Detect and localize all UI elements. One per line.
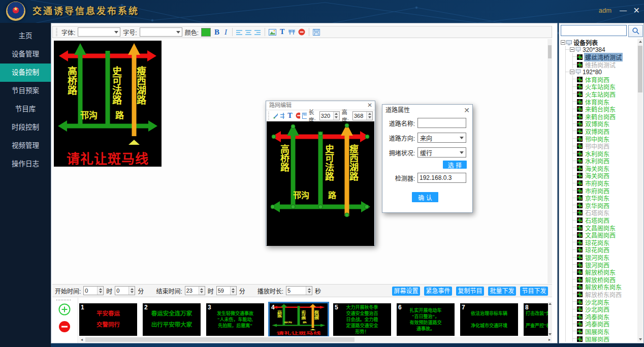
program-thumbnail-selected[interactable]: 4 高桥路 史可法路 瘦西湖路 邗沟 路 请礼让斑马线 xyxy=(270,303,328,336)
program-thumbnail[interactable]: 3 发生轻微交通事故 “人未伤，车能动, 先拍照，后撤离” xyxy=(206,303,264,336)
tree-group[interactable]: 192*80 xyxy=(566,68,637,76)
thumbnails-horizontal-scrollbar[interactable]: ◂ ▸ xyxy=(79,337,552,342)
detector-input[interactable] xyxy=(417,173,466,183)
canvas-vertical-scrollbar[interactable] xyxy=(548,39,552,283)
program-thumbnail[interactable]: 8 打击改装“炸 严查严控“机 xyxy=(524,303,548,336)
scroll-left-icon[interactable]: ◂ xyxy=(79,337,84,342)
select-detector-button[interactable]: 选 择 xyxy=(443,161,467,169)
insert-text-icon[interactable]: T xyxy=(279,28,285,36)
step-up-icon[interactable] xyxy=(335,113,338,115)
tree-device[interactable]: 解放桥岗东 xyxy=(573,268,637,276)
tree-device[interactable]: 邗中岗东 xyxy=(573,135,637,143)
sidebar-item[interactable]: 操作日志 xyxy=(0,155,51,173)
tree-device[interactable]: 石塔岗西 xyxy=(573,216,637,224)
tree-group[interactable]: 320*384 xyxy=(566,46,637,54)
tree-device[interactable]: 市府岗西 xyxy=(573,187,637,195)
collapse-icon[interactable] xyxy=(570,70,574,74)
tree-device[interactable]: 国展岗西 xyxy=(573,335,637,342)
sidebar-item[interactable]: 设备控制 xyxy=(0,64,51,82)
search-input[interactable] xyxy=(561,25,627,36)
scroll-down-icon[interactable] xyxy=(639,338,642,340)
thumbnails-vertical-scrollbar[interactable] xyxy=(548,302,552,336)
tree-device[interactable]: 解放桥岗西 xyxy=(573,276,637,283)
action-button[interactable]: 节目下发 xyxy=(520,287,548,296)
road-label-left[interactable]: 高桥路 xyxy=(279,144,288,172)
step-up-icon[interactable] xyxy=(99,288,102,290)
step-up-icon[interactable] xyxy=(308,288,311,290)
close-button[interactable]: ✕ xyxy=(633,0,640,23)
step-up-icon[interactable] xyxy=(368,113,371,115)
tree-device[interactable]: 沙北岗东 xyxy=(573,298,637,306)
length-stepper[interactable]: 320 xyxy=(319,111,340,120)
collapse-icon[interactable] xyxy=(570,47,574,52)
scrollbar-thumb[interactable] xyxy=(638,46,642,92)
sidebar-item[interactable]: 节目预案 xyxy=(0,82,51,100)
scrollbar-thumb[interactable] xyxy=(85,337,355,342)
road-icon[interactable] xyxy=(280,112,285,119)
scroll-down-icon[interactable] xyxy=(549,333,552,335)
sidebar-item[interactable]: 视频管理 xyxy=(0,137,51,155)
tree-device[interactable]: 京华岗东 xyxy=(573,194,637,202)
action-button[interactable]: 紧急事件 xyxy=(424,287,452,296)
remove-program-button[interactable] xyxy=(58,321,71,333)
tree-device[interactable]: 国展岗东 xyxy=(573,328,637,335)
dialog-title-bar[interactable]: 路网编辑 ✕ xyxy=(266,101,375,110)
program-thumbnail[interactable]: 5 大力开展秋冬季 交通安全整治百 日会战。全力稳 定道路交通安全 形势！ xyxy=(333,303,391,336)
bridge-icon[interactable] xyxy=(288,29,296,35)
tree-device[interactable]: 银河岗西 xyxy=(573,261,637,269)
step-up-icon[interactable] xyxy=(131,288,134,290)
minimize-button[interactable]: — xyxy=(620,0,627,23)
save-icon[interactable] xyxy=(302,113,307,119)
search-button[interactable] xyxy=(628,25,643,37)
sign-preview[interactable]: 高桥路 史可法路 瘦西湖路 邗沟 路 请礼让斑马线 xyxy=(54,41,162,167)
tree-device[interactable]: 文昌阁岗西 xyxy=(573,231,637,239)
tree-device[interactable]: 文昌阁岗东 xyxy=(573,224,637,232)
tree-device[interactable]: 螺丝湾桥测试 xyxy=(573,53,637,61)
size-select[interactable] xyxy=(140,27,182,37)
save-icon[interactable] xyxy=(313,29,320,36)
tree-device[interactable]: 水利岗西 xyxy=(573,157,637,165)
bold-button[interactable]: B xyxy=(213,28,220,37)
tree-device[interactable]: 体育岗西 xyxy=(573,76,637,83)
road-network-canvas[interactable]: 高桥路 史可法路 瘦西湖路 邗沟 路 xyxy=(267,121,374,246)
step-down-icon[interactable] xyxy=(131,291,134,293)
italic-button[interactable]: I xyxy=(223,28,229,37)
tree-root[interactable]: 设备列表 xyxy=(561,39,637,46)
delete-icon[interactable] xyxy=(296,112,300,119)
sidebar-item[interactable]: 主页 xyxy=(0,27,51,45)
tree-device[interactable]: 琼花岗东 xyxy=(573,239,637,246)
action-button[interactable]: 屏幕设置 xyxy=(392,287,420,296)
tree-device[interactable]: 琼花岗西 xyxy=(573,246,637,254)
step-down-icon[interactable] xyxy=(308,291,311,293)
program-thumbnail[interactable]: 7 依法治理非标车辆 净化城市交通环境 xyxy=(460,303,518,336)
tree-device[interactable]: 石塔岗东 xyxy=(573,209,637,217)
start-minute-stepper[interactable]: 0 xyxy=(115,286,135,295)
align-left-icon[interactable] xyxy=(236,29,243,35)
tree-device[interactable]: 双博岗西 xyxy=(573,128,637,135)
scroll-up-icon[interactable] xyxy=(549,303,552,305)
tree-device[interactable]: 来鹤台岗西 xyxy=(573,113,637,120)
confirm-button[interactable]: 确 认 xyxy=(412,192,438,202)
sidebar-item[interactable]: 节目库 xyxy=(0,100,51,118)
panel-grip[interactable] xyxy=(56,299,72,301)
tree-device[interactable]: 火车站岗东 xyxy=(573,83,637,91)
tree-device[interactable]: 银河岗东 xyxy=(573,254,637,261)
program-thumbnail[interactable]: 2 春运安全连万家 出行平安带大家 xyxy=(143,303,201,336)
tree-device[interactable]: 沙北岗西 xyxy=(573,305,637,313)
delete-icon[interactable] xyxy=(298,28,305,36)
collapse-icon[interactable] xyxy=(561,40,565,45)
tree-device[interactable]: 市府岗东 xyxy=(573,179,637,187)
cross-road-label[interactable]: 邗沟 xyxy=(293,188,309,201)
road-direction-select[interactable]: 来向 xyxy=(417,133,466,143)
tree-device[interactable]: 解放桥东岗西 xyxy=(573,291,637,298)
insert-image-icon[interactable] xyxy=(269,29,276,36)
close-icon[interactable]: ✕ xyxy=(367,101,372,110)
road-name-input[interactable] xyxy=(417,118,466,128)
scroll-up-icon[interactable] xyxy=(639,41,642,43)
add-program-button[interactable] xyxy=(58,303,71,316)
program-thumbnail[interactable]: 1 平安春运 交警同行 xyxy=(79,303,137,336)
step-down-icon[interactable] xyxy=(200,291,203,293)
tree-device[interactable]: 维扬岗测试 xyxy=(573,61,637,69)
sidebar-item[interactable]: 时段控制 xyxy=(0,118,51,137)
dialog-title-bar[interactable]: 道路属性 ✕ xyxy=(382,105,472,116)
